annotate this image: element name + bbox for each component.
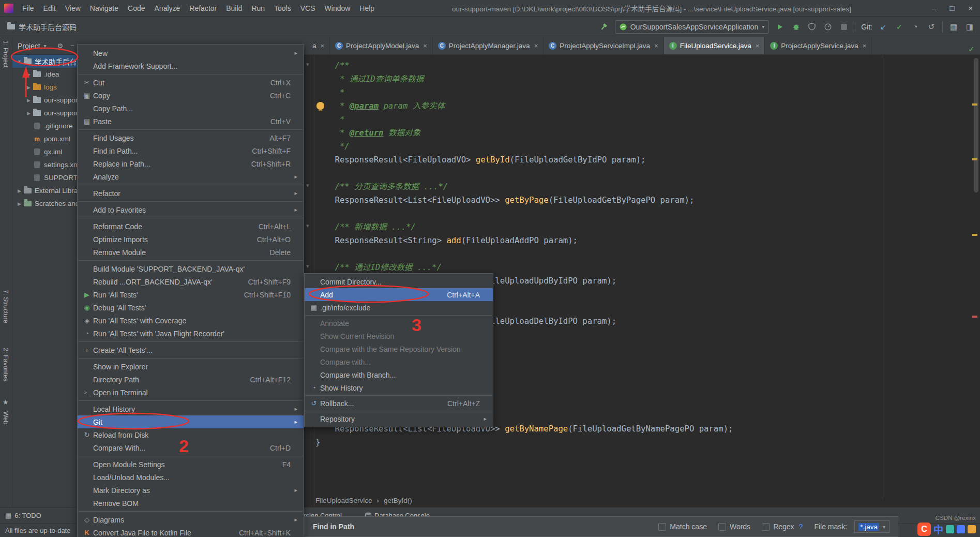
tool-tab-todo[interactable]: ▤ 6: TODO (5, 508, 41, 524)
project-panel-title[interactable]: Project (18, 42, 40, 50)
menubar-item-window[interactable]: Window (320, 0, 355, 17)
editor-tab-projectapplymodel-java[interactable]: CProjectApplyModel.java× (330, 37, 433, 54)
menubar-item-edit[interactable]: Edit (39, 0, 61, 17)
close-button[interactable]: × (961, 0, 980, 17)
tree-expand-icon[interactable]: ▶ (16, 188, 23, 193)
context-menu-item-remove-module[interactable]: Remove ModuleDelete (78, 246, 304, 259)
menubar-item-run[interactable]: Run (247, 0, 269, 17)
context-menu-item-remove-bom[interactable]: Remove BOM (78, 497, 304, 510)
fold-icon[interactable]: ▾ (306, 182, 309, 189)
profiler-button[interactable] (823, 22, 833, 32)
tab-close-icon[interactable]: × (654, 42, 658, 50)
context-menu-item-optimize-imports[interactable]: Optimize ImportsCtrl+Alt+O (78, 233, 304, 246)
fold-icon[interactable]: ▾ (306, 222, 309, 229)
tree-expand-icon[interactable]: ▶ (25, 85, 33, 90)
editor-tab-projectapplyservice-java[interactable]: IProjectApplyService.java× (765, 37, 872, 54)
context-menu-item-reload-from-disk[interactable]: ↻Reload from Disk (78, 428, 304, 441)
context-menu-item-mark-directory-as[interactable]: Mark Directory as▸ (78, 484, 304, 497)
context-menu-item-build-module-support-backend-java-qx[interactable]: Build Module 'SUPPORT_BACKEND_JAVA-qx' (78, 262, 304, 275)
match-case-checkbox[interactable] (658, 523, 666, 531)
context-menu-item-copy[interactable]: ▣CopyCtrl+C (78, 89, 304, 102)
tool-stripe-favorites[interactable]: 2: Favorites (2, 348, 9, 381)
context-menu-item-rebuild-ort-backend-java-qx[interactable]: Rebuild ...ORT_BACKEND_JAVA-qx'Ctrl+Shif… (78, 275, 304, 288)
context-menu-item-run-all-tests-with-java-flight-recorder[interactable]: ◔Run 'All Tests' with 'Java Flight Recor… (78, 327, 304, 340)
context-menu-item-local-history[interactable]: Local History▸ (78, 402, 304, 415)
context-menu-item-run-all-tests-with-coverage[interactable]: ◈Run 'All Tests' with Coverage (78, 314, 304, 327)
context-menu-item-run-all-tests[interactable]: ▶Run 'All Tests'Ctrl+Shift+F10 (78, 288, 304, 301)
breadcrumb-class[interactable]: FileUploadService (315, 497, 372, 504)
gear-icon[interactable]: ⚙ (57, 42, 64, 50)
context-menu-item-cut[interactable]: ✂CutCtrl+X (78, 76, 304, 89)
menubar-item-navigate[interactable]: Navigate (85, 0, 123, 17)
git-submenu-item-annotate[interactable]: Annotate (305, 317, 493, 330)
context-menu-item-analyze[interactable]: Analyze▸ (78, 170, 304, 183)
commit-icon[interactable]: ✓ (894, 22, 904, 32)
git-submenu-item-git-info-exclude[interactable]: ▤.git/info/exclude (305, 301, 493, 314)
tab-close-icon[interactable]: × (863, 42, 867, 50)
context-menu-item-git[interactable]: Git▸ (78, 415, 304, 428)
git-submenu-item-commit-directory[interactable]: Commit Directory... (305, 275, 493, 288)
stop-button[interactable] (839, 22, 849, 32)
context-menu-item-copy-path[interactable]: Copy Path... (78, 102, 304, 115)
debug-button[interactable] (791, 22, 801, 32)
tab-close-icon[interactable]: × (321, 42, 325, 50)
scrollbar[interactable] (974, 58, 978, 192)
context-menu-item-diagrams[interactable]: ◇Diagrams▸ (78, 513, 304, 526)
fold-icon[interactable]: ▾ (306, 263, 309, 270)
help-icon[interactable]: ? (799, 523, 803, 531)
regex-option[interactable]: Regex ? (762, 523, 803, 531)
menubar-item-view[interactable]: View (61, 0, 85, 17)
context-menu-item-find-in-path[interactable]: Find in Path...Ctrl+Shift+F (78, 144, 304, 157)
context-menu-item-open-in-terminal[interactable]: >_Open in Terminal (78, 386, 304, 399)
history-icon[interactable]: ◔ (910, 22, 921, 32)
collapse-all-icon[interactable]: − (70, 42, 74, 50)
context-menu-item-show-in-explorer[interactable]: Show in Explorer (78, 360, 304, 373)
tab-close-icon[interactable]: × (534, 42, 538, 50)
context-menu-item-create-all-tests[interactable]: +Create 'All Tests'... (78, 344, 304, 356)
words-checkbox[interactable] (718, 523, 726, 531)
file-mask-combo[interactable]: *.java ▾ (854, 520, 889, 533)
git-submenu-item-show-current-revision[interactable]: Show Current Revision (305, 330, 493, 342)
context-menu-item-convert-java-file-to-kotlin-file[interactable]: KConvert Java File to Kotlin FileCtrl+Al… (78, 526, 304, 537)
context-menu-item-refactor[interactable]: Refactor▸ (78, 187, 304, 200)
context-menu-item-open-module-settings[interactable]: Open Module SettingsF4 (78, 458, 304, 471)
inspections-ok-icon[interactable]: ✓ (968, 44, 975, 54)
git-submenu-item-show-history[interactable]: ◔Show History (305, 381, 493, 394)
tree-expand-icon[interactable]: ▼ (16, 59, 23, 64)
tree-expand-icon[interactable]: ▶ (25, 98, 33, 103)
context-menu-item-reformat-code[interactable]: Reformat CodeCtrl+Alt+L (78, 220, 304, 233)
context-menu-item-paste[interactable]: ▤PasteCtrl+V (78, 115, 304, 128)
menubar-item-build[interactable]: Build (221, 0, 247, 17)
editor-tab-a[interactable]: a× (307, 37, 330, 54)
tree-expand-icon[interactable]: ▶ (25, 72, 33, 77)
git-submenu-item-compare-with-the-same-repository-version[interactable]: Compare with the Same Repository Version (305, 342, 493, 355)
fold-icon[interactable]: ▾ (306, 61, 309, 68)
maximize-button[interactable]: □ (943, 0, 961, 17)
breadcrumb-method[interactable]: getById() (384, 497, 412, 504)
minimize-button[interactable]: – (924, 0, 943, 17)
run-configuration-select[interactable]: OurSupportSalesAppServiceApplication ▾ (615, 20, 770, 34)
menubar-item-vcs[interactable]: VCS (296, 0, 320, 17)
build-hammer-icon[interactable] (599, 22, 609, 32)
context-menu-item-add-framework-support[interactable]: Add Framework Support... (78, 59, 304, 72)
context-menu-item-debug-all-tests[interactable]: ◉Debug 'All Tests' (78, 301, 304, 314)
tool-windows-icon[interactable]: ◨ (964, 22, 975, 32)
context-menu-item-compare-with[interactable]: Compare With...Ctrl+D (78, 441, 304, 454)
layout-icon[interactable]: ▦ (948, 22, 959, 32)
context-menu-item-find-usages[interactable]: Find UsagesAlt+F7 (78, 131, 304, 144)
rollback-icon[interactable]: ↺ (926, 22, 937, 32)
context-menu-item-directory-path[interactable]: Directory PathCtrl+Alt+F12 (78, 373, 304, 386)
context-menu-item-new[interactable]: New▸ (78, 47, 304, 59)
tool-stripe-web[interactable]: Web (2, 411, 9, 424)
git-submenu-item-compare-with[interactable]: Compare with... (305, 355, 493, 368)
editor-tab-projectapplymanager-java[interactable]: CProjectApplyManager.java× (433, 37, 544, 54)
match-case-option[interactable]: Match case (658, 523, 707, 531)
git-submenu-item-compare-with-branch[interactable]: Compare with Branch... (305, 368, 493, 381)
git-submenu-item-rollback[interactable]: ↺Rollback...Ctrl+Alt+Z (305, 397, 493, 410)
editor-tab-fileuploadservice-java[interactable]: IFileUploadService.java× (664, 37, 765, 54)
run-button[interactable] (775, 22, 785, 32)
tab-close-icon[interactable]: × (756, 42, 760, 50)
menubar-item-tools[interactable]: Tools (269, 0, 296, 17)
tool-stripe-project[interactable]: 1: Project (2, 40, 9, 68)
editor-tab-projectapplyserviceimpl-java[interactable]: CProjectApplyServiceImpl.java× (544, 37, 664, 54)
